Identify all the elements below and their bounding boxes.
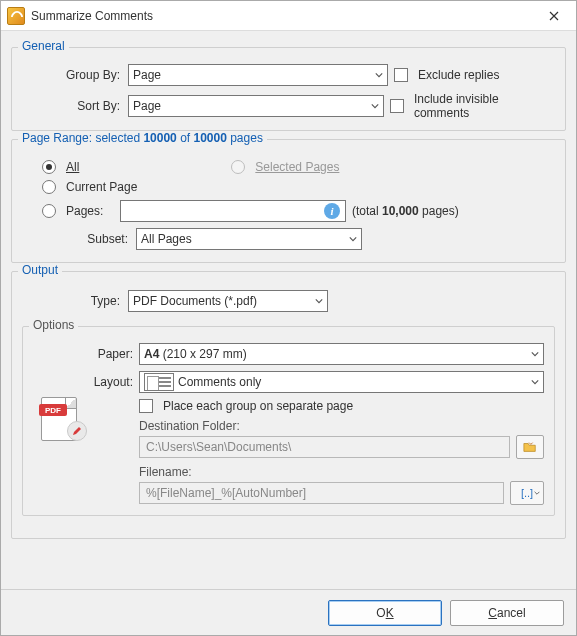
range-current-radio[interactable] — [42, 180, 56, 194]
filename-label: Filename: — [139, 465, 544, 479]
exclude-replies-label: Exclude replies — [418, 68, 499, 82]
group-by-select[interactable]: Page — [128, 64, 388, 86]
output-legend: Output — [18, 263, 62, 277]
filename-field — [139, 482, 504, 504]
layout-value: Comments only — [178, 375, 261, 389]
chevron-down-icon — [315, 294, 323, 308]
pages-input-wrap[interactable]: i — [120, 200, 346, 222]
dialog-footer: OK Cancel — [1, 589, 576, 635]
page-range-group: Page Range: selected 10000 of 10000 page… — [11, 139, 566, 263]
general-group: General Group By: Page Exclude replies S… — [11, 47, 566, 131]
paper-value-main: A4 — [144, 347, 159, 361]
paper-value-detail: (210 x 297 mm) — [159, 347, 246, 361]
pdf-file-icon: PDF — [41, 397, 83, 443]
chevron-down-icon — [371, 99, 379, 113]
layout-select[interactable]: Comments only — [139, 371, 544, 393]
dest-folder-label: Destination Folder: — [139, 419, 544, 433]
range-pages-radio[interactable] — [42, 204, 56, 218]
sort-by-value: Page — [133, 99, 161, 113]
range-current-label: Current Page — [66, 180, 137, 194]
edit-icon — [67, 421, 87, 441]
chevron-down-icon — [375, 68, 383, 82]
cancel-button[interactable]: Cancel — [450, 600, 564, 626]
window-title: Summarize Comments — [31, 9, 531, 23]
paper-select[interactable]: A4 (210 x 297 mm) — [139, 343, 544, 365]
separate-page-checkbox[interactable] — [139, 399, 153, 413]
layout-icon — [144, 373, 174, 391]
include-invisible-checkbox[interactable] — [390, 99, 404, 113]
chevron-down-icon — [531, 347, 539, 361]
type-value: PDF Documents (*.pdf) — [133, 294, 257, 308]
subset-value: All Pages — [141, 232, 192, 246]
range-pages-label: Pages: — [66, 204, 114, 218]
output-group: Output Type: PDF Documents (*.pdf) Optio… — [11, 271, 566, 539]
layout-label: Layout: — [33, 375, 133, 389]
dest-folder-field — [139, 436, 510, 458]
close-icon — [549, 11, 559, 21]
close-button[interactable] — [531, 1, 576, 31]
group-by-label: Group By: — [22, 68, 122, 82]
subset-select[interactable]: All Pages — [136, 228, 362, 250]
include-invisible-label: Include invisible comments — [414, 92, 555, 120]
paper-label: Paper: — [33, 347, 133, 361]
options-legend: Options — [29, 318, 78, 332]
dest-folder-value — [144, 439, 505, 455]
exclude-replies-checkbox[interactable] — [394, 68, 408, 82]
pages-input[interactable] — [125, 203, 341, 219]
range-selected-radio — [231, 160, 245, 174]
macro-icon: [..] — [521, 487, 533, 499]
chevron-down-icon — [534, 490, 540, 496]
filename-value — [144, 485, 499, 501]
browse-folder-button[interactable] — [516, 435, 544, 459]
sort-by-select[interactable]: Page — [128, 95, 384, 117]
options-group: Options Paper: A4 (210 x 297 mm) Layout:… — [22, 326, 555, 516]
chevron-down-icon — [531, 375, 539, 389]
range-selected-label: Selected Pages — [255, 160, 339, 174]
folder-open-icon — [523, 440, 537, 454]
dialog-window: Summarize Comments General Group By: Pag… — [0, 0, 577, 636]
sort-by-label: Sort By: — [22, 99, 122, 113]
type-select[interactable]: PDF Documents (*.pdf) — [128, 290, 328, 312]
general-legend: General — [18, 39, 69, 53]
titlebar: Summarize Comments — [1, 1, 576, 31]
total-pages-hint: (total 10,000 pages) — [352, 204, 459, 218]
ok-button[interactable]: OK — [328, 600, 442, 626]
subset-label: Subset: — [22, 232, 130, 246]
app-icon — [7, 7, 25, 25]
filename-macro-button[interactable]: [..] — [510, 481, 544, 505]
range-all-radio[interactable] — [42, 160, 56, 174]
range-all-label: All — [66, 160, 79, 174]
info-icon[interactable]: i — [324, 203, 340, 219]
type-label: Type: — [22, 294, 122, 308]
chevron-down-icon — [349, 232, 357, 246]
page-range-legend: Page Range: selected 10000 of 10000 page… — [18, 131, 267, 145]
group-by-value: Page — [133, 68, 161, 82]
dialog-body: General Group By: Page Exclude replies S… — [1, 31, 576, 589]
separate-page-label: Place each group on separate page — [163, 399, 353, 413]
